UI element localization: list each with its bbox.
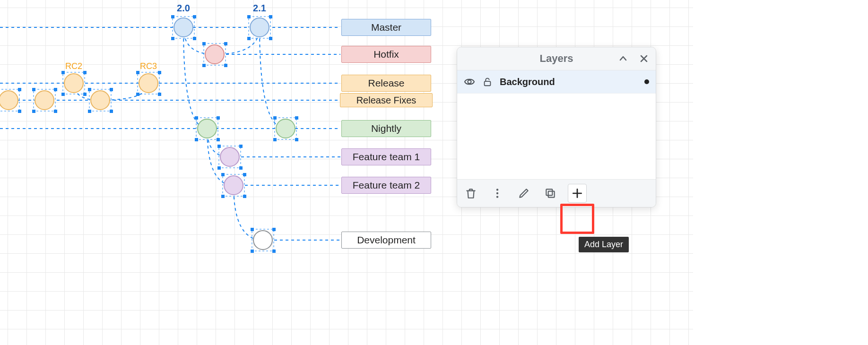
svg-point-11 [250,18,269,37]
svg-rect-48 [217,116,220,120]
branch-feature2[interactable]: Feature team 2 [341,177,431,194]
svg-rect-77 [485,81,491,86]
svg-rect-65 [221,173,225,176]
delete-layer-button[interactable] [462,184,480,202]
close-icon[interactable] [638,52,650,65]
branch-nightly[interactable]: Nightly [341,120,431,137]
svg-rect-8 [269,15,272,18]
branch-label: Master [371,22,401,33]
commit-relfix-1[interactable] [0,88,21,113]
svg-rect-19 [61,71,65,74]
svg-rect-36 [54,88,57,91]
lock-icon[interactable] [482,76,493,87]
svg-rect-71 [251,228,254,231]
layers-panel-footer [457,179,656,207]
commit-release-rc2[interactable] [61,71,87,96]
commit-master-2[interactable] [247,15,272,40]
svg-rect-16 [224,64,227,67]
svg-point-57 [276,119,295,138]
svg-rect-20 [83,71,87,74]
svg-rect-72 [272,228,276,231]
svg-point-17 [205,45,224,64]
svg-rect-38 [54,110,57,113]
branch-release-fixes[interactable]: Release Fixes [340,93,433,107]
svg-rect-60 [239,145,243,148]
diagram-canvas[interactable]: 2.0 2.1 RC2 RC3 Master Hotfix Release Re… [0,0,868,345]
commit-feature2[interactable] [221,173,246,198]
layers-panel[interactable]: Layers Background [457,47,656,207]
layer-name: Background [500,77,638,87]
svg-rect-44 [110,110,113,113]
rc3-label: RC3 [140,61,157,71]
svg-rect-50 [217,138,220,141]
svg-rect-74 [272,250,276,253]
svg-point-23 [64,74,83,93]
svg-rect-31 [18,88,21,91]
branch-development[interactable]: Development [341,232,431,249]
tooltip-text: Add Layer [584,240,623,249]
svg-rect-62 [239,166,243,170]
visibility-icon[interactable] [464,76,475,87]
active-indicator-icon [644,79,649,84]
svg-rect-53 [273,116,277,120]
commit-release-rc3[interactable] [136,71,161,96]
svg-rect-73 [251,250,254,253]
version-label-21: 2.1 [253,3,266,14]
branch-label: Nightly [371,123,401,134]
svg-rect-32 [18,110,21,113]
svg-rect-67 [221,195,225,198]
svg-point-80 [496,196,498,198]
edit-layer-button[interactable] [515,184,533,202]
tooltip: Add Layer [579,237,629,252]
svg-rect-68 [243,195,246,198]
svg-rect-37 [32,110,35,113]
commit-relfix-2[interactable] [32,88,57,113]
commit-relfix-3[interactable] [88,88,113,113]
branch-master[interactable]: Master [341,19,431,36]
collapse-icon[interactable] [617,52,629,65]
svg-rect-26 [158,71,161,74]
svg-rect-9 [247,37,251,40]
svg-rect-22 [83,93,87,96]
branch-label: Hotfix [373,49,399,60]
duplicate-layer-button[interactable] [541,184,559,202]
svg-rect-10 [269,37,272,40]
more-options-button[interactable] [488,184,506,202]
commit-nightly-1[interactable] [195,116,220,141]
svg-rect-66 [243,173,246,176]
commit-nightly-2[interactable] [273,116,298,141]
svg-rect-15 [202,64,206,67]
layer-row-background[interactable]: Background [457,70,656,94]
svg-rect-14 [224,42,227,45]
svg-point-45 [91,91,110,110]
branch-label: Release [368,78,404,89]
svg-rect-3 [171,37,174,40]
branch-hotfix[interactable]: Hotfix [341,46,431,63]
commit-hotfix-1[interactable] [202,42,227,67]
svg-rect-82 [546,189,552,195]
branch-label: Development [357,234,416,246]
svg-rect-28 [158,93,161,96]
branch-feature1[interactable]: Feature team 1 [341,148,431,165]
commit-feature1[interactable] [217,145,243,170]
branch-release[interactable]: Release [341,75,431,92]
svg-rect-35 [32,88,35,91]
node-layer [0,0,868,345]
svg-point-33 [0,91,18,110]
commit-development[interactable] [251,228,276,253]
svg-rect-42 [110,88,113,91]
svg-rect-56 [295,138,298,141]
layers-panel-title: Layers [540,52,573,65]
svg-point-76 [468,80,471,84]
svg-rect-41 [88,88,91,91]
branch-label: Release Fixes [356,95,417,106]
svg-rect-25 [136,71,139,74]
version-label-20: 2.0 [177,3,190,14]
layers-panel-header[interactable]: Layers [457,47,656,70]
svg-point-79 [496,192,498,194]
commit-master-1[interactable] [171,15,196,40]
add-layer-button[interactable] [568,184,587,203]
svg-rect-2 [193,15,196,18]
svg-point-63 [220,147,239,166]
layers-list[interactable]: Background [457,70,656,179]
